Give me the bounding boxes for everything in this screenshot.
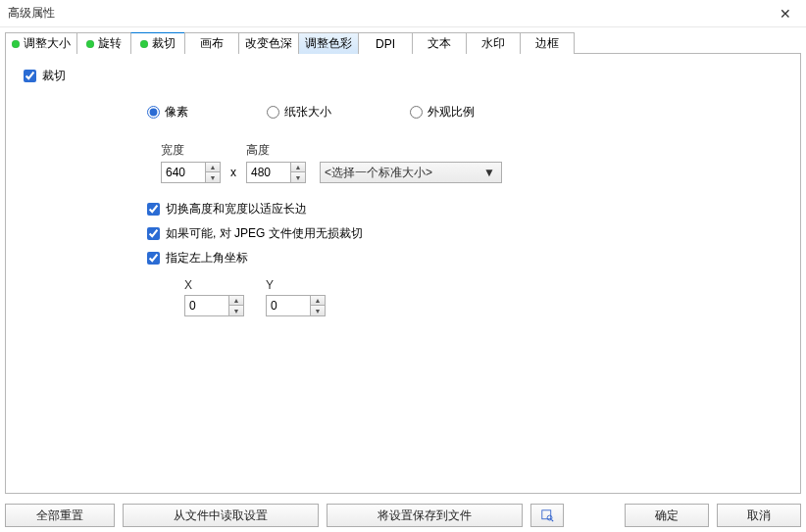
enable-crop-row: 裁切: [24, 68, 782, 84]
xy-row: X ▲ ▼ Y ▲ ▼: [184, 278, 782, 316]
x-label: X: [184, 278, 244, 292]
svg-rect-0: [541, 509, 550, 518]
save-settings-button[interactable]: 将设置保存到文件: [327, 504, 523, 527]
cb-swap-row: 切换高度和宽度以适应长边: [147, 201, 782, 218]
reset-all-button[interactable]: 全部重置: [5, 504, 115, 527]
radio-pixel-label: 像素: [165, 104, 188, 121]
height-spinner[interactable]: ▲ ▼: [246, 162, 306, 183]
cb-swap[interactable]: [147, 203, 160, 216]
x-col: X ▲ ▼: [184, 278, 244, 316]
y-label: Y: [266, 278, 326, 292]
chevron-down-icon: ▼: [481, 166, 497, 179]
tab-rotate[interactable]: 旋转: [76, 32, 131, 54]
width-input[interactable]: [162, 163, 205, 182]
crop-mode-radios: 像素 纸张大小 外观比例: [147, 104, 782, 121]
title-bar: 高级属性 ✕: [0, 0, 806, 27]
status-dot-icon: [140, 40, 148, 48]
preset-select[interactable]: <选择一个标准大小> ▼: [320, 162, 502, 183]
radio-paper-label: 纸张大小: [284, 104, 331, 121]
load-settings-button[interactable]: 从文件中读取设置: [123, 504, 319, 527]
x-input[interactable]: [185, 296, 228, 315]
tab-strip: 调整大小 旋转 裁切 画布 改变色深 调整色彩 DPI 文本 水印 边框: [5, 32, 801, 54]
close-icon[interactable]: ✕: [773, 4, 798, 24]
x-spinner[interactable]: ▲ ▼: [184, 295, 244, 316]
crop-options: 切换高度和宽度以适应长边 如果可能, 对 JPEG 文件使用无损裁切 指定左上角…: [147, 201, 782, 266]
cb-topleft-row: 指定左上角坐标: [147, 250, 782, 266]
enable-crop-checkbox[interactable]: [24, 70, 36, 82]
radio-aspect-row: 外观比例: [410, 104, 475, 121]
preview-button[interactable]: [530, 504, 564, 527]
status-dot-icon: [86, 40, 94, 48]
cb-swap-label: 切换高度和宽度以适应长边: [166, 201, 307, 218]
y-input[interactable]: [267, 296, 310, 315]
chevron-down-icon[interactable]: ▼: [311, 306, 325, 315]
enable-crop-label: 裁切: [42, 68, 66, 84]
cb-topleft[interactable]: [147, 252, 160, 265]
height-col: 高度 ▲ ▼: [246, 142, 306, 183]
tab-watermark[interactable]: 水印: [466, 32, 521, 54]
content-area: 调整大小 旋转 裁切 画布 改变色深 调整色彩 DPI 文本 水印 边框 裁切 …: [0, 27, 806, 499]
chevron-up-icon[interactable]: ▲: [311, 296, 325, 306]
width-label: 宽度: [161, 142, 221, 159]
footer-buttons: 全部重置 从文件中读取设置 将设置保存到文件 确定 取消: [0, 499, 806, 532]
dimension-row: 宽度 ▲ ▼ x 高度 ▲ ▼: [161, 142, 782, 183]
radio-pixel[interactable]: [147, 106, 160, 119]
chevron-down-icon[interactable]: ▼: [291, 172, 305, 182]
width-spinner[interactable]: ▲ ▼: [161, 162, 221, 183]
radio-paper-row: 纸张大小: [267, 104, 331, 121]
radio-paper[interactable]: [267, 106, 279, 119]
chevron-up-icon[interactable]: ▲: [291, 163, 305, 172]
tab-border[interactable]: 边框: [520, 32, 575, 54]
chevron-up-icon[interactable]: ▲: [229, 296, 243, 306]
cb-lossless-label: 如果可能, 对 JPEG 文件使用无损裁切: [166, 225, 363, 242]
height-label: 高度: [246, 142, 306, 159]
preset-value: <选择一个标准大小>: [325, 165, 478, 181]
svg-point-1: [547, 515, 552, 520]
cb-topleft-label: 指定左上角坐标: [166, 250, 248, 266]
ok-button[interactable]: 确定: [625, 504, 709, 527]
tab-depth[interactable]: 改变色深: [238, 32, 299, 54]
width-col: 宽度 ▲ ▼: [161, 142, 221, 183]
radio-aspect-label: 外观比例: [428, 104, 475, 121]
chevron-down-icon[interactable]: ▼: [229, 306, 243, 315]
tab-resize[interactable]: 调整大小: [5, 32, 77, 54]
y-spinner[interactable]: ▲ ▼: [266, 295, 326, 316]
tab-color-adjust[interactable]: 调整色彩: [298, 32, 359, 54]
window-title: 高级属性: [8, 5, 773, 22]
crop-panel: 裁切 像素 纸张大小 外观比例 宽度 ▲: [5, 54, 801, 494]
y-col: Y ▲ ▼: [266, 278, 326, 316]
cb-lossless[interactable]: [147, 227, 160, 240]
dimension-x-char: x: [228, 166, 238, 183]
radio-pixel-row: 像素: [147, 104, 188, 121]
svg-line-2: [551, 519, 553, 521]
tab-dpi[interactable]: DPI: [358, 32, 413, 54]
preview-icon: [541, 509, 554, 522]
status-dot-icon: [12, 40, 20, 48]
chevron-up-icon[interactable]: ▲: [206, 163, 220, 172]
radio-aspect[interactable]: [410, 106, 423, 119]
tab-crop[interactable]: 裁切: [130, 32, 185, 54]
tab-text[interactable]: 文本: [412, 32, 467, 54]
tab-canvas[interactable]: 画布: [184, 32, 239, 54]
height-input[interactable]: [247, 163, 290, 182]
chevron-down-icon[interactable]: ▼: [206, 172, 220, 182]
cb-lossless-row: 如果可能, 对 JPEG 文件使用无损裁切: [147, 225, 782, 242]
cancel-button[interactable]: 取消: [717, 504, 801, 527]
